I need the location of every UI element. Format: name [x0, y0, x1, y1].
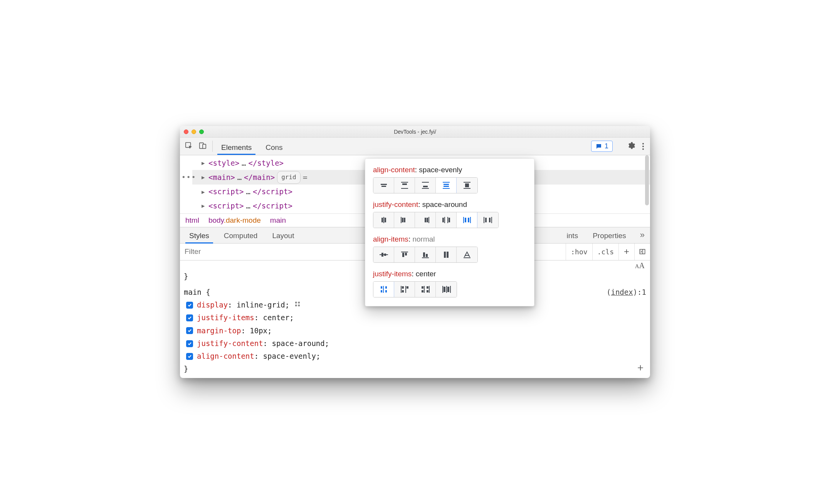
- svg-rect-46: [384, 254, 386, 256]
- grid-editor-popover: align-content: space-evenly justify-cont…: [365, 158, 534, 306]
- caret-icon[interactable]: ▶: [202, 200, 205, 211]
- scrollbar-thumb[interactable]: [645, 155, 649, 205]
- align-content-space-evenly-icon[interactable]: [436, 178, 457, 193]
- svg-rect-37: [465, 218, 466, 222]
- rule-source[interactable]: ((index):1index):1: [607, 286, 646, 299]
- justify-content-end-icon[interactable]: [415, 212, 436, 228]
- svg-rect-58: [385, 286, 387, 289]
- justify-items-section: justify-items: center: [373, 270, 526, 297]
- svg-rect-11: [402, 183, 407, 185]
- align-items-section: align-items: normal: [373, 235, 526, 263]
- tab-styles[interactable]: Styles: [183, 228, 215, 243]
- svg-rect-28: [404, 218, 405, 222]
- caret-icon[interactable]: ▶: [202, 172, 205, 183]
- svg-rect-41: [485, 218, 487, 222]
- new-style-rule-icon[interactable]: [618, 244, 634, 260]
- svg-rect-6: [295, 305, 297, 307]
- svg-rect-18: [444, 186, 449, 187]
- breadcrumb-item[interactable]: html: [185, 216, 199, 225]
- tab-computed[interactable]: Computed: [218, 228, 264, 243]
- align-items-baseline-icon[interactable]: [457, 247, 477, 262]
- property-name: display: [197, 301, 228, 309]
- toggle-checkbox[interactable]: [186, 353, 193, 360]
- cls-button[interactable]: .cls: [592, 244, 618, 260]
- justify-items-end-icon[interactable]: [415, 282, 436, 297]
- justify-content-space-around-icon[interactable]: [457, 212, 477, 228]
- device-toggle-icon[interactable]: [198, 141, 207, 151]
- svg-rect-31: [428, 217, 429, 223]
- main-toolbar: Elements Cons 1: [180, 138, 650, 155]
- svg-rect-32: [442, 218, 444, 222]
- toggle-checkbox[interactable]: [186, 327, 193, 334]
- svg-rect-30: [427, 218, 428, 222]
- tab-elements[interactable]: Elements: [214, 139, 259, 155]
- filter-toolbar: :hov .cls: [566, 244, 650, 260]
- align-items-stretch-icon[interactable]: [436, 247, 457, 262]
- gear-icon[interactable]: [627, 141, 635, 151]
- style-declaration[interactable]: justify-items: center;: [184, 311, 646, 324]
- align-items-start-icon[interactable]: [394, 247, 415, 262]
- justify-items-center-icon[interactable]: [373, 282, 394, 297]
- svg-rect-64: [407, 286, 408, 289]
- svg-rect-27: [402, 218, 403, 222]
- justify-content-start-icon[interactable]: [394, 212, 415, 228]
- svg-rect-48: [402, 253, 404, 257]
- tab-breakpoints-partial[interactable]: ints: [561, 228, 585, 243]
- toggle-checkbox[interactable]: [186, 314, 193, 321]
- style-declaration[interactable]: margin-top: 10px;: [184, 324, 646, 337]
- caret-icon[interactable]: ▶: [202, 158, 205, 168]
- toggle-checkbox[interactable]: [186, 302, 193, 309]
- toggle-checkbox[interactable]: [186, 340, 193, 347]
- svg-rect-15: [422, 188, 429, 189]
- svg-rect-68: [427, 286, 428, 289]
- grid-badge[interactable]: grid: [277, 171, 301, 183]
- tab-layout[interactable]: Layout: [266, 228, 300, 243]
- justify-content-space-evenly-icon[interactable]: [477, 212, 498, 228]
- justify-items-stretch-icon[interactable]: [436, 282, 457, 297]
- breadcrumb-item[interactable]: main: [270, 216, 286, 225]
- svg-rect-35: [449, 218, 450, 222]
- svg-rect-39: [470, 217, 471, 223]
- overflow-tabs-icon[interactable]: »: [635, 227, 650, 243]
- svg-rect-2: [203, 144, 206, 148]
- svg-rect-4: [295, 302, 297, 304]
- svg-rect-63: [405, 286, 406, 293]
- rule-selector[interactable]: main: [184, 288, 202, 296]
- panel-toggle-icon[interactable]: [634, 244, 650, 260]
- align-content-start-icon[interactable]: [394, 178, 415, 193]
- align-content-end-icon[interactable]: [415, 178, 436, 193]
- style-declaration[interactable]: align-content: space-evenly;: [184, 350, 646, 363]
- overflow-icon[interactable]: •••: [181, 171, 197, 184]
- svg-rect-44: [380, 254, 388, 255]
- grid-editor-icon[interactable]: [294, 299, 301, 311]
- svg-rect-34: [447, 217, 448, 223]
- issues-button[interactable]: 1: [591, 141, 613, 152]
- justify-content-center-icon[interactable]: [373, 212, 394, 228]
- justify-content-space-between-icon[interactable]: [436, 212, 457, 228]
- svg-rect-59: [385, 290, 387, 292]
- align-content-center-icon[interactable]: [373, 178, 394, 193]
- add-rule-icon[interactable]: ＋: [635, 359, 645, 376]
- more-menu-icon[interactable]: [641, 143, 645, 150]
- hov-button[interactable]: :hov: [566, 244, 592, 260]
- align-items-end-icon[interactable]: [415, 247, 436, 262]
- align-items-center-icon[interactable]: [373, 247, 394, 262]
- svg-rect-16: [443, 182, 450, 183]
- tab-properties[interactable]: Properties: [586, 228, 632, 243]
- style-declaration[interactable]: justify-content: space-around;: [184, 337, 646, 350]
- font-size-icon[interactable]: AA: [635, 261, 645, 270]
- svg-rect-55: [381, 286, 382, 289]
- svg-rect-61: [402, 286, 404, 289]
- svg-rect-25: [385, 218, 386, 222]
- justify-items-start-icon[interactable]: [394, 282, 415, 297]
- svg-rect-24: [383, 217, 384, 223]
- caret-icon[interactable]: ▶: [202, 186, 205, 197]
- svg-rect-21: [465, 183, 469, 187]
- inspect-icon[interactable]: [185, 141, 193, 151]
- tab-console[interactable]: Cons: [259, 139, 289, 155]
- svg-rect-67: [424, 286, 425, 293]
- breadcrumb-item[interactable]: body.dark-mode: [208, 216, 261, 225]
- window-title: DevTools - jec.fyi/: [180, 129, 650, 135]
- align-content-stretch-icon[interactable]: [457, 178, 477, 193]
- issues-count: 1: [605, 142, 608, 150]
